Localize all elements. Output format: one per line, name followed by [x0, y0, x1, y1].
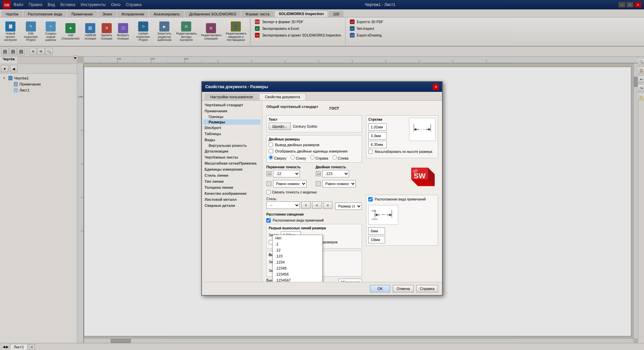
style-btn-1[interactable]: × [301, 201, 311, 209]
maximize-button[interactable]: □ [627, 2, 633, 7]
tab-view-layout[interactable]: Расположение вида [23, 11, 66, 17]
collapse-btn[interactable]: ◀ [10, 65, 17, 72]
view-right-radio[interactable] [310, 155, 315, 160]
tab-sketch[interactable]: Эскиз [98, 11, 116, 17]
scroll-bar-v[interactable] [633, 63, 638, 338]
style-btn-2[interactable]: × [312, 201, 321, 209]
tree-sheet[interactable]: L Лист1 [7, 87, 75, 93]
view-left-radio[interactable] [332, 155, 337, 160]
sheet-prev-btn[interactable]: ◀ [3, 345, 5, 349]
tree-notes-section[interactable]: Примечания [203, 108, 261, 114]
close-button[interactable]: ✕ [635, 2, 641, 7]
arrow-val-1-input[interactable] [368, 123, 387, 131]
size-scale-select[interactable]: Размер стека: 100% [335, 202, 362, 210]
dropdown-item-12[interactable]: .12 [273, 247, 322, 253]
tab-correction[interactable]: Исправление [117, 11, 149, 17]
left-tab-drawing[interactable]: Чертёж [0, 57, 18, 64]
view-top-label[interactable]: Сверху [269, 155, 286, 160]
toolbar-btn-1[interactable] [1, 48, 9, 55]
tree-drawing[interactable]: ▼ D Чертёж1 [1, 75, 75, 81]
new-template-button[interactable]: + Создатьновыйшаблон [44, 21, 58, 43]
sheet-next-btn[interactable]: ▶ [6, 345, 9, 349]
tree-line-style[interactable]: Стиль линии [203, 172, 261, 178]
export-2d-pdf-button[interactable]: PDF Экспорт в формат 2D PDF [253, 19, 342, 25]
tolerance-select-2[interactable]: Равно номиналу [322, 180, 356, 187]
tab-inspection[interactable]: SOLIDWORKS Inspection [274, 10, 328, 17]
secondary-precision-select[interactable]: .123 [322, 170, 349, 177]
tree-sheet-metal[interactable]: Листовой металл [203, 196, 261, 202]
dropdown-item-none[interactable]: Нет [273, 235, 322, 241]
menu-edit[interactable]: Правка [29, 2, 43, 7]
tree-drawing-sheets[interactable]: Чертёжные листы [203, 154, 261, 160]
tree-line-type[interactable]: Тип линии [203, 178, 261, 184]
minimize-button[interactable]: ─ [619, 2, 625, 7]
edit-suppliers-button[interactable]: 👤 Редактироватьсведения опоставщиках [224, 21, 247, 43]
menu-tools[interactable]: Инструменты [80, 2, 106, 7]
tab-analyze[interactable]: Анализировать [149, 11, 184, 17]
help-button[interactable]: Справка [416, 285, 438, 292]
tree-notes[interactable]: N Примечания [7, 81, 75, 87]
menu-insert[interactable]: Вставка [60, 2, 75, 7]
toolbar-btn-3[interactable] [17, 48, 25, 55]
right-panel-btn-3[interactable]: ↩ [638, 75, 644, 83]
menu-help[interactable]: Справка [126, 2, 142, 7]
right-panel-btn-1[interactable]: 🔍 [638, 58, 644, 65]
style-btn-3[interactable]: × [323, 201, 332, 209]
offset-val-1-input[interactable] [368, 227, 385, 235]
edit-operations-button[interactable]: ⚙ Редактироватьоперации [200, 22, 222, 41]
tolerance-select-1[interactable]: Равно номиналу [273, 180, 307, 187]
view-left-label[interactable]: Слева [332, 155, 348, 160]
menu-window[interactable]: Окно [111, 2, 120, 7]
delete-positions-button[interactable]: ✕ Удалитьпозиции [99, 22, 113, 41]
update-inspection-project-button[interactable]: ↻ Update Inspection Project [132, 21, 154, 43]
arrow-val-3-input[interactable] [368, 141, 387, 148]
export-3d-pdf-button[interactable]: 3D Export to 3D PDF [348, 19, 384, 25]
tree-dimensions[interactable]: Размеры [203, 119, 261, 125]
export-excel-button[interactable]: XL Экспортировать в Excel [253, 25, 342, 32]
scroll-thumb-v[interactable] [634, 77, 638, 87]
right-panel-btn-2[interactable]: 🏠 [638, 67, 644, 74]
add-sheet-button[interactable]: + [29, 344, 35, 350]
tree-units[interactable]: Единицы измерения [203, 166, 261, 172]
select-positions-button[interactable]: ☑ Выбратьпозиции [116, 22, 130, 41]
tab-addins[interactable]: Добавления SOLIDWORKS [185, 11, 240, 17]
tree-virtual-sharpness[interactable]: Виртуальная резкость [203, 143, 261, 148]
tab-sheet-format[interactable]: Формат листа [241, 11, 274, 17]
sheet-tab-1[interactable]: Лист1 [10, 344, 28, 350]
dual-dims-units-check[interactable] [269, 149, 273, 153]
template-editor-button[interactable]: ▶ Запуститьредакторшаблонов [156, 21, 173, 43]
export-sw-inspection-button[interactable]: SW Экспортировать в проект SOLIDWORKS In… [253, 32, 342, 38]
net-inspect-button[interactable]: NI Net-Inspect [348, 25, 384, 32]
view-right-label[interactable]: Справа [310, 155, 328, 160]
angle-leader-input[interactable] [338, 279, 362, 282]
tree-weld[interactable]: Сварные детали [203, 202, 261, 209]
arrow-val-2-input[interactable] [368, 132, 387, 139]
dual-dims-output-check[interactable] [269, 142, 273, 147]
tree-grid[interactable]: Масштабная сетка/Привязка [203, 160, 261, 166]
tree-drawing-standard[interactable]: Чертёжный стандарт [203, 102, 261, 108]
tree-views[interactable]: Виды [203, 137, 261, 143]
cancel-button[interactable]: Отмена [393, 285, 413, 292]
dialog-tab-document-properties[interactable]: Свойства документа [259, 93, 306, 100]
filter-btn[interactable]: ▼ [1, 65, 8, 72]
document-properties-dialog[interactable]: Свойства документа - Размеры ✕ Настройки… [201, 81, 443, 296]
offset-val-2-input[interactable] [368, 236, 385, 243]
tree-detalization[interactable]: Детализация [203, 148, 261, 154]
edit-methods-button[interactable]: ⚙ Редактироватьметодыконтроля [175, 21, 198, 43]
add-edit-positions-button[interactable]: 🔢 Add/Editпозиции [83, 22, 97, 41]
ok-button[interactable]: OK [370, 285, 390, 292]
offset-check[interactable] [266, 218, 271, 223]
view-bottom-label[interactable]: Снизу [290, 155, 306, 160]
scale-check[interactable] [368, 150, 373, 154]
toolbar-btn-5[interactable]: ⟳ [37, 48, 45, 55]
export-edrawing-button[interactable]: eD Export eDrawing [348, 32, 384, 38]
dropdown-item-123[interactable]: .123 [273, 253, 322, 259]
tree-tables[interactable]: Таблицы [203, 131, 261, 137]
tree-line-thickness[interactable]: Толщина линии [203, 184, 261, 190]
menu-file[interactable]: Файл [13, 2, 23, 7]
scroll-thumb-h[interactable] [111, 339, 131, 343]
style-select[interactable]: → [266, 201, 300, 209]
view-bottom-radio[interactable] [290, 155, 295, 160]
title-bar-controls[interactable]: ─ □ ✕ [619, 2, 641, 7]
notes-placement-check[interactable] [368, 197, 373, 201]
